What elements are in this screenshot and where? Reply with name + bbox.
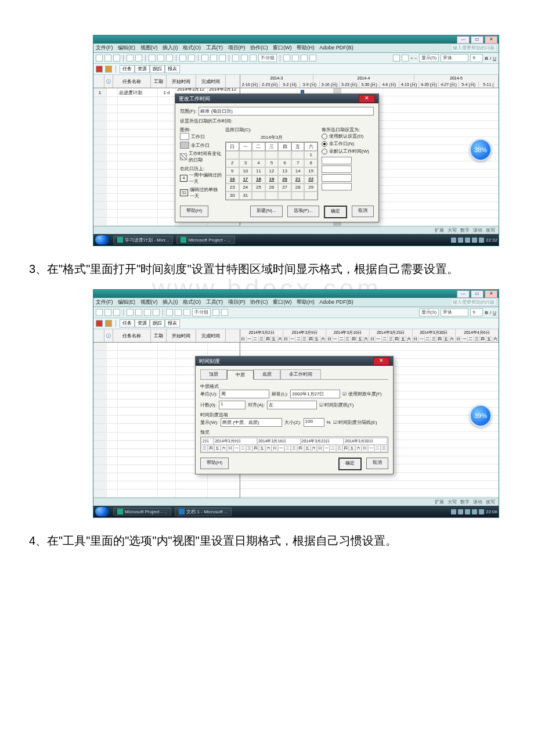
- taskbar-app2[interactable]: 文档 1 - Microsoft ...: [175, 507, 232, 516]
- dialog-titlebar[interactable]: 时间刻度 ✕: [196, 357, 393, 366]
- indent-icon[interactable]: [250, 55, 257, 62]
- start-button[interactable]: [95, 235, 110, 245]
- zoom-out-icon[interactable]: [221, 309, 228, 316]
- menu-view[interactable]: 视图(V): [140, 299, 158, 305]
- window-minimize-button[interactable]: —: [457, 290, 470, 298]
- menu-window[interactable]: 窗口(W): [273, 45, 292, 51]
- tab-middle[interactable]: 中层: [227, 370, 254, 380]
- menu-tools[interactable]: 工具(T): [206, 45, 223, 51]
- save-icon[interactable]: [113, 309, 120, 316]
- new-icon[interactable]: [96, 55, 103, 62]
- label-select[interactable]: 2002年1月27日: [290, 390, 340, 398]
- menu-file[interactable]: 文件(F): [96, 299, 113, 305]
- window-close-button[interactable]: ✕: [485, 36, 497, 44]
- open-icon[interactable]: [104, 309, 111, 316]
- dialog-close-button[interactable]: ✕: [373, 357, 389, 365]
- menu-adobepdf[interactable]: Adobe PDF(B): [319, 299, 353, 305]
- tray-icon[interactable]: [472, 509, 477, 514]
- new-icon[interactable]: [96, 309, 103, 316]
- undo-icon[interactable]: [166, 309, 173, 316]
- tick-check[interactable]: ☑ 时间刻度线(T): [319, 402, 353, 408]
- tab-bottom[interactable]: 底层: [254, 369, 280, 379]
- menu-edit[interactable]: 编辑(E): [118, 299, 135, 305]
- link-icon[interactable]: [201, 55, 208, 62]
- menu-insert[interactable]: 插入(I): [163, 299, 178, 305]
- cancel-button[interactable]: 取消: [366, 458, 388, 469]
- tray-icon[interactable]: [451, 509, 456, 514]
- indent2-icon[interactable]: [402, 55, 409, 62]
- tab-tasks[interactable]: 任务: [120, 65, 135, 73]
- tab-top[interactable]: 顶层: [200, 369, 227, 379]
- count-input[interactable]: 1: [219, 401, 246, 409]
- menu-edit[interactable]: 编辑(E): [118, 45, 135, 51]
- split-icon[interactable]: [219, 55, 226, 62]
- copy-pic-icon[interactable]: [309, 55, 316, 62]
- outdent-icon[interactable]: [241, 55, 248, 62]
- window-maximize-button[interactable]: ▭: [471, 290, 484, 298]
- undo-icon[interactable]: [179, 55, 186, 62]
- radio-nondefault[interactable]: 非默认工作时间(W): [322, 148, 374, 154]
- table-row[interactable]: [93, 489, 240, 498]
- taskbar-app1[interactable]: 学习进度计划 - Micr...: [113, 236, 173, 244]
- menu-help[interactable]: 帮助(H): [297, 45, 315, 51]
- zoom-out-icon[interactable]: [292, 55, 299, 62]
- menu-help[interactable]: 帮助(H): [297, 299, 315, 305]
- open-icon[interactable]: [104, 55, 111, 62]
- pdf2-icon[interactable]: [105, 320, 112, 327]
- fontsize-dropdown[interactable]: 9: [470, 308, 483, 316]
- cut-icon[interactable]: [135, 309, 142, 316]
- font-dropdown[interactable]: 宋体: [441, 54, 468, 62]
- copy-icon[interactable]: [144, 309, 151, 316]
- help-button[interactable]: 帮助(H): [180, 206, 208, 217]
- bold-button[interactable]: B: [485, 310, 488, 315]
- print-icon[interactable]: [127, 55, 134, 62]
- menu-view[interactable]: 视图(V): [140, 45, 158, 51]
- time-to-1[interactable]: [322, 165, 352, 173]
- radio-default[interactable]: 使用默认设置(D): [322, 133, 374, 139]
- unit-select[interactable]: 周: [219, 390, 269, 398]
- new-button[interactable]: 新建(N)...: [250, 206, 283, 217]
- underline-button[interactable]: U: [493, 56, 496, 61]
- outdent2-icon[interactable]: [393, 55, 400, 62]
- help-button[interactable]: 帮助(H): [200, 458, 229, 469]
- menu-project[interactable]: 项目(P): [228, 45, 246, 51]
- taskbar-app2[interactable]: Microsoft Project - ...: [176, 236, 234, 244]
- table-row[interactable]: [93, 343, 240, 351]
- preview-icon[interactable]: [135, 55, 142, 62]
- pdf-icon[interactable]: [96, 320, 103, 327]
- radio-nonwork[interactable]: 非工作日(N): [322, 141, 374, 147]
- window-minimize-button[interactable]: —: [457, 36, 470, 44]
- time-to-2[interactable]: [322, 183, 352, 190]
- zoom-in-icon[interactable]: [212, 309, 219, 316]
- help-search-input[interactable]: 键入需要帮助的问题: [451, 298, 496, 306]
- use-fy-check[interactable]: ☑ 使用财政年度(F): [342, 391, 381, 397]
- pdf2-icon[interactable]: [105, 66, 112, 73]
- time-from-1[interactable]: [322, 157, 352, 164]
- window-maximize-button[interactable]: ▭: [471, 36, 484, 44]
- paste-icon[interactable]: [153, 309, 160, 316]
- group-dropdown[interactable]: 不分组: [258, 54, 277, 62]
- tray-icon[interactable]: [472, 237, 477, 243]
- goto-task-icon[interactable]: [301, 55, 308, 62]
- menu-collab[interactable]: 协作(C): [250, 45, 268, 51]
- tray-icon[interactable]: [458, 509, 463, 514]
- tab-report[interactable]: 报表: [165, 65, 180, 73]
- italic-button[interactable]: I: [490, 310, 491, 315]
- redo-icon[interactable]: [188, 55, 195, 62]
- showby-dropdown[interactable]: 显示(S): [419, 308, 439, 316]
- tab-resources[interactable]: 资源: [135, 319, 150, 327]
- font-dropdown[interactable]: 宋体: [441, 308, 468, 316]
- align-select[interactable]: 左: [267, 401, 317, 409]
- menu-adobepdf[interactable]: Adobe PDF(B): [319, 45, 353, 51]
- tray-icon[interactable]: [465, 237, 470, 243]
- info-icon[interactable]: [232, 55, 239, 62]
- size-input[interactable]: 100: [304, 418, 324, 427]
- unlink-icon[interactable]: [210, 55, 217, 62]
- dialog-close-button[interactable]: ✕: [359, 95, 375, 103]
- ok-button[interactable]: 确定: [338, 458, 362, 470]
- menu-file[interactable]: 文件(F): [96, 45, 113, 51]
- tab-track[interactable]: 跟踪: [150, 319, 165, 327]
- ok-button[interactable]: 确定: [324, 206, 347, 218]
- menu-format[interactable]: 格式(O): [183, 299, 201, 305]
- menu-window[interactable]: 窗口(W): [273, 299, 292, 305]
